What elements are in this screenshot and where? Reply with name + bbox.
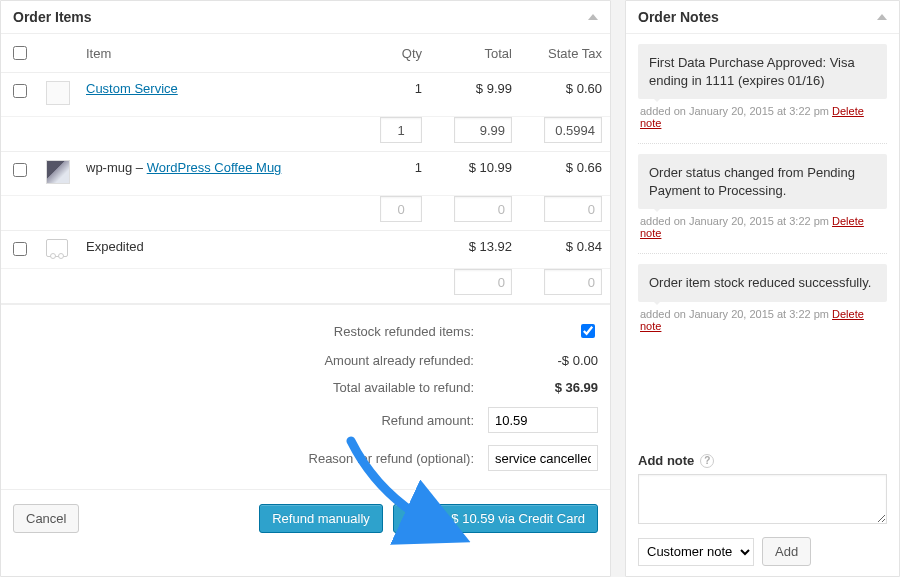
help-icon[interactable]: ? — [700, 454, 714, 468]
available-refund-label: Total available to refund: — [333, 380, 474, 395]
order-items-panel: Order Items Item Qty Total State Tax — [0, 0, 611, 577]
order-notes-title: Order Notes — [638, 9, 719, 25]
col-qty: Qty — [360, 34, 430, 73]
order-notes-panel: Order Notes First Data Purchase Approved… — [625, 0, 900, 577]
cell-qty: 1 — [360, 152, 430, 196]
product-link[interactable]: Custom Service — [86, 81, 178, 96]
row-checkbox[interactable] — [13, 84, 27, 98]
product-thumb — [46, 160, 70, 184]
col-item: Item — [78, 34, 360, 73]
refund-tax-input[interactable] — [544, 117, 602, 143]
refund-total-input[interactable] — [454, 269, 512, 295]
refund-qty-input[interactable] — [380, 117, 422, 143]
refund-total-input[interactable] — [454, 196, 512, 222]
refund-reason-input[interactable] — [488, 445, 598, 471]
shipping-row-inputs — [1, 269, 610, 304]
cell-tax: $ 0.66 — [520, 152, 610, 196]
shipping-name: Expedited — [78, 231, 360, 269]
product-sku: wp-mug – — [86, 160, 147, 175]
refund-tax-input[interactable] — [544, 196, 602, 222]
refund-manually-button[interactable]: Refund manually — [259, 504, 383, 533]
cell-tax: $ 0.60 — [520, 73, 610, 117]
product-thumb-placeholder — [46, 81, 70, 105]
order-notes-header: Order Notes — [626, 1, 899, 34]
order-note-meta: added on January 20, 2015 at 3:22 pm Del… — [638, 306, 887, 346]
cell-qty: 1 — [360, 73, 430, 117]
add-note-section: Add note ? Customer note Add — [626, 443, 899, 576]
refund-qty-input[interactable] — [380, 196, 422, 222]
add-note-textarea[interactable] — [638, 474, 887, 524]
cell-total: $ 9.99 — [430, 73, 520, 117]
order-note: Order status changed from Pending Paymen… — [638, 154, 887, 209]
refund-via-gateway-button[interactable]: Refund $ 10.59 via Credit Card — [393, 504, 598, 533]
order-notes-list: First Data Purchase Approved: Visa endin… — [626, 34, 899, 443]
add-note-label: Add note — [638, 453, 694, 468]
available-refund-value: $ 36.99 — [488, 380, 598, 395]
cell-total: $ 13.92 — [430, 231, 520, 269]
cell-total: $ 10.99 — [430, 152, 520, 196]
cancel-button[interactable]: Cancel — [13, 504, 79, 533]
order-note: First Data Purchase Approved: Visa endin… — [638, 44, 887, 99]
col-total: Total — [430, 34, 520, 73]
select-all-checkbox[interactable] — [13, 46, 27, 60]
refund-reason-label: Reason for refund (optional): — [309, 451, 474, 466]
refund-total-input[interactable] — [454, 117, 512, 143]
refund-amount-label: Refund amount: — [381, 413, 474, 428]
collapse-icon[interactable] — [877, 14, 887, 20]
refund-buttons: Cancel Refund manually Refund $ 10.59 vi… — [1, 489, 610, 547]
table-row-inputs — [1, 196, 610, 231]
table-row: Custom Service 1 $ 9.99 $ 0.60 — [1, 73, 610, 117]
already-refunded-value: -$ 0.00 — [488, 353, 598, 368]
order-note-meta: added on January 20, 2015 at 3:22 pm Del… — [638, 103, 887, 144]
collapse-icon[interactable] — [588, 14, 598, 20]
order-items-header: Order Items — [1, 1, 610, 34]
table-row-inputs — [1, 117, 610, 152]
cell-tax: $ 0.84 — [520, 231, 610, 269]
add-note-button[interactable]: Add — [762, 537, 811, 566]
refund-summary: Restock refunded items: Amount already r… — [1, 304, 610, 489]
note-type-select[interactable]: Customer note — [638, 538, 754, 566]
refund-amount-input[interactable] — [488, 407, 598, 433]
shipping-row: Expedited $ 13.92 $ 0.84 — [1, 231, 610, 269]
already-refunded-label: Amount already refunded: — [324, 353, 474, 368]
table-row: wp-mug – WordPress Coffee Mug 1 $ 10.99 … — [1, 152, 610, 196]
restock-checkbox[interactable] — [581, 324, 595, 338]
row-checkbox[interactable] — [13, 163, 27, 177]
col-tax: State Tax — [520, 34, 610, 73]
order-items-table: Item Qty Total State Tax Custom Service … — [1, 34, 610, 304]
product-link[interactable]: WordPress Coffee Mug — [147, 160, 282, 175]
refund-tax-input[interactable] — [544, 269, 602, 295]
order-note-meta: added on January 20, 2015 at 3:22 pm Del… — [638, 213, 887, 254]
order-items-title: Order Items — [13, 9, 92, 25]
order-note: Order item stock reduced successfully. — [638, 264, 887, 302]
shipping-icon — [46, 239, 68, 257]
restock-label: Restock refunded items: — [334, 324, 474, 339]
row-checkbox[interactable] — [13, 242, 27, 256]
